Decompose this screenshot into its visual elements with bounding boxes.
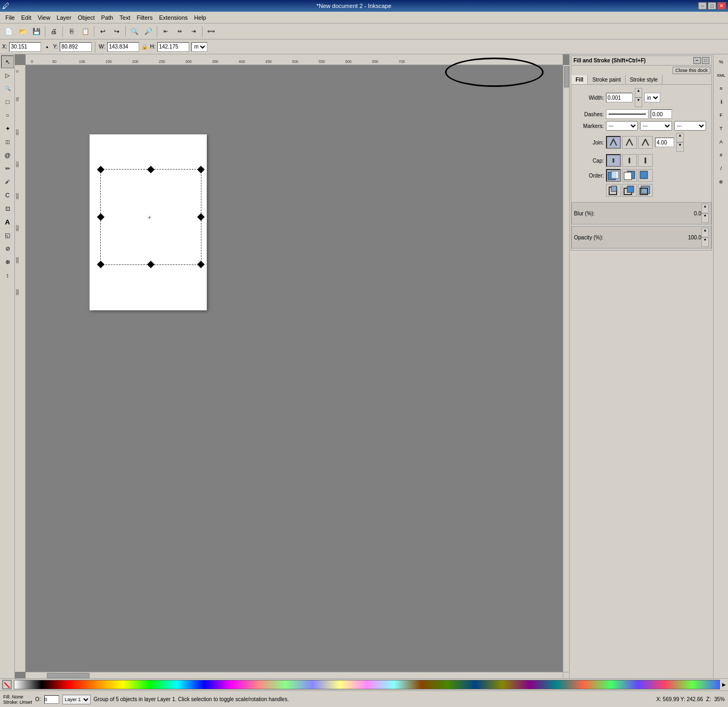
width-input[interactable]: [606, 93, 633, 102]
join-bevel-button[interactable]: [638, 136, 653, 149]
align-left-button[interactable]: ⇤: [159, 25, 172, 38]
snap-toggle[interactable]: %: [715, 55, 727, 68]
canvas-container[interactable]: 0 50 100 150 200 250 300 350 400 450 500…: [15, 54, 569, 678]
undo-button[interactable]: ↩: [96, 25, 109, 38]
no-fill-button[interactable]: [2, 680, 12, 689]
align-panel[interactable]: A: [715, 135, 727, 148]
zoom-plus[interactable]: ⊕: [715, 175, 727, 188]
redo-button[interactable]: ↪: [110, 25, 123, 38]
menu-item-file[interactable]: File: [2, 13, 18, 22]
star-tool[interactable]: ✦: [1, 122, 14, 135]
panel-restore[interactable]: □: [702, 57, 709, 64]
grid-toggle[interactable]: #: [715, 149, 727, 162]
node-tool[interactable]: ▷: [1, 69, 14, 82]
cap-butt-button[interactable]: [606, 154, 621, 167]
calligraphy-tool[interactable]: C: [1, 189, 14, 202]
panel-minimize[interactable]: −: [693, 57, 701, 64]
measure-tool[interactable]: ↕: [1, 269, 14, 282]
order-fill-only-button[interactable]: [638, 169, 653, 182]
unit-select[interactable]: mminpx: [191, 42, 207, 52]
xml-editor[interactable]: XML: [715, 69, 727, 82]
canvas-area[interactable]: +: [26, 65, 563, 672]
x-input[interactable]: [9, 42, 41, 52]
y-input[interactable]: [60, 42, 92, 52]
miter-spin-up[interactable]: ▲: [676, 133, 684, 142]
align-center-button[interactable]: ⇔: [173, 25, 186, 38]
3dbox-tool[interactable]: ◫: [1, 135, 14, 148]
rect-tool[interactable]: □: [1, 95, 14, 108]
order-fill-paint-button[interactable]: [622, 169, 637, 182]
transform-panel[interactable]: T: [715, 122, 727, 135]
close-dock-button[interactable]: Close this dock: [673, 67, 710, 74]
join-round-button[interactable]: [622, 136, 637, 149]
marker-start-select[interactable]: —: [606, 121, 638, 131]
horizontal-scrollbar[interactable]: [26, 672, 563, 678]
menu-item-object[interactable]: Object: [75, 13, 98, 22]
align-right-button[interactable]: ⇥: [187, 25, 200, 38]
opacity-spin-up[interactable]: ▲: [701, 228, 709, 237]
marker-end-select[interactable]: —: [674, 121, 706, 131]
text-tool[interactable]: A: [1, 215, 14, 228]
menu-item-path[interactable]: Path: [98, 13, 117, 22]
zoom-tool[interactable]: 🔍: [1, 82, 14, 95]
fill-stroke-btn[interactable]: F: [715, 109, 727, 122]
new-button[interactable]: 📄: [2, 25, 15, 38]
menu-item-help[interactable]: Help: [191, 13, 209, 22]
lock-icon[interactable]: 🔒: [141, 44, 148, 50]
maximize-button[interactable]: □: [708, 2, 716, 10]
h-input[interactable]: [157, 42, 189, 52]
tab-stroke-style[interactable]: Stroke style: [626, 75, 662, 84]
opacity-input[interactable]: [44, 695, 59, 704]
blur-spin-down[interactable]: ▼: [701, 213, 709, 223]
width-spin-down[interactable]: ▼: [635, 98, 642, 107]
width-spin-up[interactable]: ▲: [635, 88, 642, 98]
gradient-tool[interactable]: ◱: [1, 229, 14, 242]
join-miter-button[interactable]: [606, 136, 621, 149]
open-button[interactable]: 📂: [16, 25, 29, 38]
selector-tool[interactable]: ↖: [1, 55, 14, 68]
print-button[interactable]: 🖨: [47, 25, 60, 38]
tab-fill[interactable]: Fill: [571, 75, 588, 84]
opacity-spin-down[interactable]: ▼: [701, 237, 709, 247]
zoom-in-button[interactable]: 🔍: [128, 25, 141, 38]
paste-button[interactable]: 📋: [79, 25, 92, 38]
tab-stroke-paint[interactable]: Stroke paint: [588, 75, 625, 84]
order-btn6[interactable]: [638, 184, 653, 197]
copy-button[interactable]: ⎘: [65, 25, 78, 38]
order-btn4[interactable]: [606, 184, 621, 197]
pencil-tool[interactable]: ✏: [1, 162, 14, 175]
connector-tool[interactable]: ⊕: [1, 255, 14, 268]
ruler-toggle[interactable]: /: [715, 162, 727, 175]
minimize-button[interactable]: −: [698, 2, 707, 10]
marker-mid-select[interactable]: —: [640, 121, 672, 131]
x-spin-up[interactable]: ▲: [43, 45, 51, 49]
layers-panel[interactable]: ≡: [715, 82, 727, 95]
color-scroll-right[interactable]: ▶: [722, 682, 726, 687]
menu-item-extensions[interactable]: Extensions: [156, 13, 191, 22]
order-paint-fill-button[interactable]: [606, 169, 621, 182]
object-props[interactable]: ℹ: [715, 95, 727, 108]
menu-item-view[interactable]: View: [35, 13, 54, 22]
circle-tool[interactable]: ○: [1, 109, 14, 122]
miter-spin-down[interactable]: ▼: [676, 142, 684, 152]
dashes-offset-input[interactable]: [651, 109, 672, 119]
w-input[interactable]: [107, 42, 139, 52]
save-button[interactable]: 💾: [30, 25, 43, 38]
menu-item-layer[interactable]: Layer: [53, 13, 75, 22]
pen-tool[interactable]: 🖋: [1, 175, 14, 188]
zoom-out-button[interactable]: 🔎: [142, 25, 155, 38]
eyedropper-tool[interactable]: ⊘: [1, 242, 14, 255]
order-btn5[interactable]: [622, 184, 637, 197]
blur-spin-up[interactable]: ▲: [701, 204, 709, 213]
cap-square-button[interactable]: [638, 154, 653, 167]
layer-select[interactable]: Layer 1: [62, 695, 91, 704]
cap-round-button[interactable]: [622, 154, 637, 167]
width-unit-select[interactable]: inmmpx: [644, 93, 660, 102]
vertical-scrollbar[interactable]: [563, 65, 569, 672]
close-button[interactable]: ✕: [717, 2, 726, 10]
bucket-tool[interactable]: ⊡: [1, 202, 14, 215]
menu-item-edit[interactable]: Edit: [18, 13, 35, 22]
menu-item-filters[interactable]: Filters: [134, 13, 156, 22]
miter-limit-input[interactable]: [655, 138, 674, 147]
distribute-button[interactable]: ⟺: [205, 25, 217, 38]
